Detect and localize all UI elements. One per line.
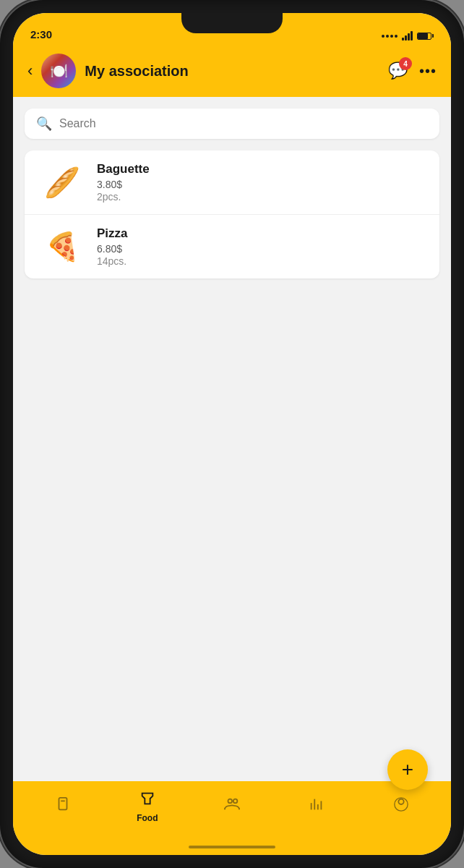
search-input[interactable]: [59, 117, 428, 130]
food-item-pizza[interactable]: 🍕 Pizza 6.80$ 14pcs.: [25, 215, 439, 278]
back-button[interactable]: ‹: [27, 61, 33, 80]
nav-item-drinks[interactable]: [20, 791, 105, 822]
page-title: My association: [85, 63, 379, 80]
signal-icon: [382, 35, 398, 38]
svg-point-8: [399, 799, 404, 804]
pizza-price: 6.80$: [97, 243, 425, 255]
add-button[interactable]: +: [387, 749, 428, 790]
nav-item-account[interactable]: [359, 791, 444, 822]
members-icon: [223, 796, 241, 817]
baguette-image: 🥖: [39, 165, 85, 200]
pizza-name: Pizza: [97, 226, 425, 241]
more-button[interactable]: •••: [419, 63, 437, 80]
food-list: 🥖 Baguette 3.80$ 2pcs. 🍕 Pizza 6.80$ 14p…: [25, 150, 439, 278]
bottom-nav: Food: [13, 781, 451, 839]
stats-icon: [309, 796, 325, 817]
baguette-name: Baguette: [97, 162, 425, 176]
svg-point-3: [233, 799, 238, 804]
account-icon: [393, 796, 409, 817]
baguette-info: Baguette 3.80$ 2pcs.: [97, 162, 425, 203]
search-icon: 🔍: [36, 116, 52, 132]
svg-point-2: [228, 799, 233, 804]
phone-screen: 2:30: [13, 13, 451, 855]
wifi-icon: [402, 31, 413, 41]
battery-icon: [417, 33, 434, 40]
nav-item-stats[interactable]: [275, 791, 359, 822]
pizza-qty: 14pcs.: [97, 255, 425, 267]
header: ‹ 🍽️ My association 💬 4 •••: [13, 45, 451, 97]
pizza-image: 🍕: [39, 229, 85, 264]
svg-rect-0: [59, 798, 66, 810]
phone-frame: 2:30: [0, 0, 464, 868]
notch: [181, 13, 283, 33]
status-time: 2:30: [30, 28, 52, 41]
notification-badge: 4: [399, 57, 412, 70]
content-area: 🔍 🥖 Baguette 3.80$ 2pcs. 🍕 Pizza: [13, 97, 451, 781]
pizza-info: Pizza 6.80$ 14pcs.: [97, 226, 425, 267]
baguette-qty: 2pcs.: [97, 191, 425, 203]
nav-item-members[interactable]: [189, 791, 274, 822]
food-icon: [139, 791, 155, 811]
drinks-icon: [55, 796, 71, 817]
home-indicator: [13, 839, 451, 855]
home-bar: [189, 846, 275, 848]
food-nav-label: Food: [137, 813, 158, 823]
status-icons: [382, 31, 434, 41]
avatar: 🍽️: [41, 54, 76, 88]
search-bar: 🔍: [25, 109, 439, 139]
nav-item-food[interactable]: Food: [105, 785, 189, 829]
header-actions: 💬 4 •••: [388, 61, 437, 80]
baguette-price: 3.80$: [97, 179, 425, 190]
notification-button[interactable]: 💬 4: [388, 61, 408, 80]
food-item-baguette[interactable]: 🥖 Baguette 3.80$ 2pcs.: [25, 150, 439, 215]
